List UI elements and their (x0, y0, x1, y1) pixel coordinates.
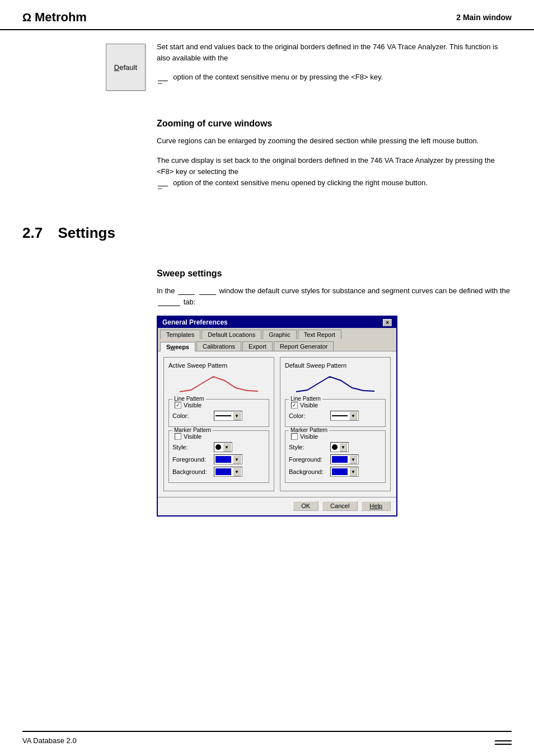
page-footer: VA Database 2.0 (22, 731, 512, 745)
default-style-row: Style: ▼ (289, 442, 382, 452)
active-marker-pattern-group: Marker Pattern Visible Style: (168, 430, 269, 483)
footer-line1 (495, 740, 512, 741)
active-bg-dropdown[interactable]: ▼ (214, 467, 242, 477)
fg-blue-icon (216, 456, 231, 463)
footer-line2 (495, 744, 512, 745)
active-bg-label: Background: (172, 468, 212, 475)
general-preferences-dialog: General Preferences × Templates Default … (157, 316, 397, 516)
default-bg-blue-icon (332, 468, 348, 475)
dialog-close-button[interactable]: × (383, 319, 392, 326)
active-fg-dropdown[interactable]: ▼ (214, 454, 242, 464)
active-color-row: Color: ▼ (172, 411, 265, 421)
active-fg-label: Foreground: (172, 456, 212, 463)
underscore3-icon (178, 288, 195, 295)
default-marker-pattern-group: Marker Pattern Visible Style: (285, 430, 386, 483)
bg-blue-icon (216, 468, 231, 475)
default-color-dropdown[interactable]: ▼ (330, 411, 359, 421)
underscore-icon: _ (158, 74, 168, 81)
default-fg-label: Foreground: (289, 456, 328, 463)
logo: Ω Metrohm (22, 10, 87, 25)
chapter-number: 2.7 (22, 224, 43, 241)
help-button[interactable]: Help (361, 501, 391, 511)
active-visible-checkbox[interactable] (175, 402, 181, 408)
underscore2-icon: _ (158, 180, 168, 186)
chapter-heading: 2.7 Settings (22, 224, 512, 242)
main-content: Default Set start and end values back to… (0, 30, 534, 550)
default-style-dropdown[interactable]: ▼ (330, 442, 349, 452)
active-visible-row: Visible (172, 402, 265, 408)
default-color-row: Color: ▼ (289, 411, 382, 421)
default-background-row: Background: ▼ (289, 467, 382, 477)
default-circle-icon (332, 444, 338, 450)
footer-text: VA Database 2.0 (22, 736, 77, 745)
tab-templates[interactable]: Templates (160, 330, 200, 339)
default-color-line-icon (332, 415, 348, 416)
active-style-label: Style: (172, 444, 212, 450)
active-marker-label: Marker Pattern (172, 427, 213, 433)
default-fg-blue-icon (332, 456, 348, 463)
footer-lines (495, 739, 512, 745)
active-foreground-row: Foreground: ▼ (172, 454, 265, 464)
active-line-pattern-group: Line Pattern Visible Color: (168, 399, 269, 427)
sweep-settings-heading: Sweep settings (157, 269, 512, 279)
bg-arrow-icon: ▼ (233, 467, 241, 476)
active-style-row: Style: ▼ (172, 442, 265, 452)
cancel-button[interactable]: Cancel (322, 501, 358, 511)
tab-report-generator[interactable]: Report Generator (274, 341, 334, 351)
default-visible-row: Visible (289, 402, 382, 408)
default-style-label: Style: (289, 444, 328, 450)
default-marker-visible-row: Visible (289, 433, 382, 440)
active-marker-visible-row: Visible (172, 433, 265, 440)
sweep-intro: In the window the default curve styles f… (157, 285, 512, 308)
default-visible-checkbox[interactable] (291, 402, 298, 408)
active-curve-preview (168, 372, 269, 395)
active-background-row: Background: ▼ (172, 467, 265, 477)
zooming-section: Zooming of curve windows Curve regions c… (22, 102, 512, 196)
default-fg-dropdown[interactable]: ▼ (330, 454, 359, 464)
default-description: Set start and end values back to the ori… (157, 41, 512, 91)
active-sweep-panel: Active Sweep Pattern Line Pattern (163, 357, 274, 491)
zooming-body2: The curve display is set back to the ori… (157, 155, 512, 189)
default-body2: _ option of the context sensitive menu o… (157, 72, 512, 83)
default-bg-arrow-icon: ▼ (349, 467, 357, 476)
default-fg-arrow-icon: ▼ (349, 455, 357, 464)
sweep-settings-section: Sweep settings In the window the default… (22, 252, 512, 516)
style-arrow-icon: ▼ (223, 443, 231, 452)
default-color-arrow-icon: ▼ (349, 411, 357, 420)
tab-text-report[interactable]: Text Report (298, 330, 341, 339)
tab-calibrations[interactable]: Calibrations (196, 341, 241, 351)
default-marker-label: Marker Pattern (289, 427, 329, 433)
tab-export[interactable]: Export (242, 341, 273, 351)
underscore4-icon (199, 288, 216, 295)
zooming-body1: Curve regions can be enlarged by zooming… (157, 135, 512, 147)
tab-default-locations[interactable]: Default Locations (202, 330, 261, 339)
default-button-label: D (114, 63, 119, 72)
active-line-pattern-label: Line Pattern (172, 396, 206, 402)
default-line-pattern-group: Line Pattern Visible Color: (285, 399, 386, 427)
default-bg-label: Background: (289, 468, 328, 475)
default-line-pattern-label: Line Pattern (289, 396, 322, 402)
dialog-panels: Active Sweep Pattern Line Pattern (163, 357, 391, 491)
fg-arrow-icon: ▼ (233, 455, 241, 464)
tab-sweeps[interactable]: Sweeps (160, 342, 195, 351)
header-chapter: 2 Main window (456, 13, 512, 22)
ok-button[interactable]: OK (293, 501, 318, 511)
default-sweep-panel: Default Sweep Pattern Line Pattern (280, 357, 391, 491)
tab-graphic[interactable]: Graphic (263, 330, 297, 339)
zooming-heading: Zooming of curve windows (157, 119, 512, 129)
active-panel-title: Active Sweep Pattern (168, 362, 269, 369)
dialog-buttons-row: OK Cancel Help (158, 497, 396, 515)
logo-omega: Ω (22, 11, 31, 24)
default-curve-preview (285, 372, 386, 395)
default-color-label: Color: (289, 412, 328, 419)
default-bg-dropdown[interactable]: ▼ (330, 467, 359, 477)
default-button[interactable]: Default (106, 44, 146, 91)
dialog-tabs: Templates Default Locations Graphic Text… (158, 328, 396, 351)
chapter-title: Settings (58, 224, 115, 241)
active-style-dropdown[interactable]: ▼ (214, 442, 232, 452)
dialog-title-text: General Preferences (162, 318, 228, 326)
active-marker-visible-checkbox[interactable] (175, 433, 181, 440)
default-marker-visible-checkbox[interactable] (291, 433, 298, 440)
default-section: Default Set start and end values back to… (22, 41, 512, 91)
active-color-dropdown[interactable]: ▼ (214, 411, 242, 421)
